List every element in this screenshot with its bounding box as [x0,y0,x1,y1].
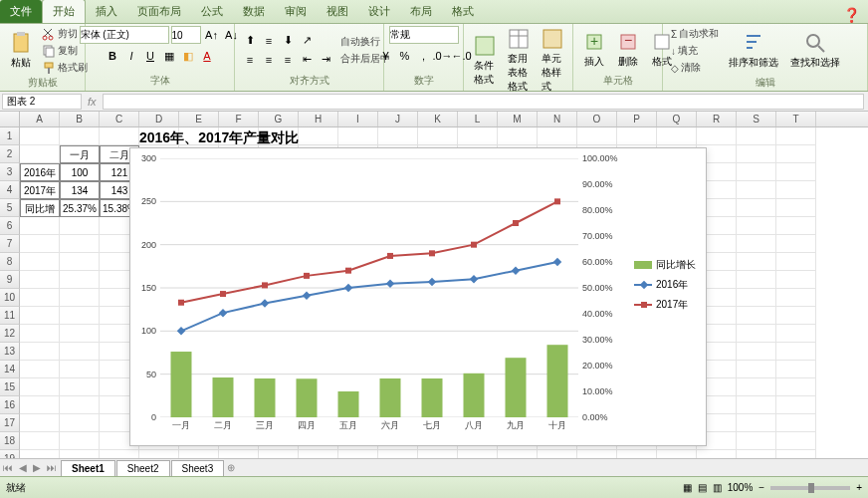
col-header[interactable]: P [617,112,657,126]
col-header[interactable]: N [538,112,577,126]
cell[interactable] [60,289,100,307]
cell[interactable] [100,127,139,145]
cell[interactable] [776,378,816,396]
tab-insert[interactable]: 插入 [86,0,127,23]
cell[interactable] [776,127,816,145]
cell[interactable] [776,145,816,163]
chart-object[interactable]: 050100150200250300 0.00%10.00%20.00%30.0… [129,147,707,446]
cell[interactable] [20,217,60,235]
cell[interactable] [60,235,100,253]
align-bottom-button[interactable]: ⬇ [279,32,297,50]
zoom-level[interactable]: 100% [728,482,754,493]
find-select-button[interactable]: 查找和选择 [786,30,844,72]
cell[interactable] [20,253,60,271]
row-header[interactable]: 9 [0,271,20,289]
cell[interactable] [577,127,617,145]
col-header[interactable]: I [338,112,378,126]
row-header[interactable]: 18 [0,432,20,450]
cell[interactable] [60,361,100,378]
comma-button[interactable]: , [415,47,433,65]
cell[interactable] [20,307,60,325]
cell[interactable] [299,127,338,145]
cell[interactable] [20,432,60,450]
align-middle-button[interactable]: ≡ [260,32,278,50]
tab-pagelayout[interactable]: 页面布局 [127,0,191,23]
fx-icon[interactable]: fx [88,96,97,108]
number-format-select[interactable] [389,26,459,44]
cell[interactable] [737,432,776,450]
row-header[interactable]: 5 [0,199,20,217]
tab-nav-last[interactable]: ⏭ [44,462,60,473]
view-pagebreak-button[interactable]: ▥ [713,482,722,493]
bold-button[interactable]: B [104,47,121,65]
cell[interactable] [60,325,100,343]
percent-button[interactable]: % [396,47,414,65]
zoom-out-button[interactable]: − [759,482,764,493]
col-header[interactable]: B [60,112,100,126]
col-header[interactable]: C [100,112,139,126]
cell[interactable] [458,127,498,145]
cell[interactable] [737,307,776,325]
align-right-button[interactable]: ≡ [279,51,297,69]
fill-button[interactable]: ↓ 填充 [669,43,721,59]
format-painter-button[interactable]: 格式刷 [40,60,90,76]
cell[interactable] [737,325,776,343]
cell[interactable] [737,396,776,414]
cell[interactable] [776,199,816,217]
cell[interactable] [60,217,100,235]
cell[interactable] [737,414,776,432]
cell[interactable]: 2016年 [20,163,60,181]
cell[interactable] [60,253,100,271]
row-header[interactable]: 4 [0,181,20,199]
row-header[interactable]: 1 [0,127,20,145]
row-header[interactable]: 2 [0,145,20,163]
insert-cells-button[interactable]: +插入 [579,29,609,71]
border-button[interactable]: ▦ [160,47,178,65]
autosum-button[interactable]: Σ 自动求和 [669,26,721,42]
cell[interactable] [776,289,816,307]
new-sheet-button[interactable]: ⊕ [224,462,238,473]
cell[interactable] [60,396,100,414]
row-header[interactable]: 7 [0,235,20,253]
cell[interactable]: 同比增长 [20,199,60,217]
tab-format[interactable]: 格式 [442,0,484,23]
decimal-inc-button[interactable]: .0→ [434,47,452,65]
col-header[interactable]: S [737,112,776,126]
tab-data[interactable]: 数据 [233,0,275,23]
cell[interactable] [737,163,776,181]
sheet-tab[interactable]: Sheet1 [61,460,115,476]
indent-dec-button[interactable]: ⇤ [298,51,316,69]
cell[interactable] [737,253,776,271]
italic-button[interactable]: I [122,47,140,65]
row-header[interactable]: 13 [0,343,20,361]
row-header[interactable]: 8 [0,253,20,271]
cell[interactable] [20,378,60,396]
col-header[interactable]: R [697,112,737,126]
sheet-tab[interactable]: Sheet3 [171,460,225,476]
col-header[interactable]: O [577,112,617,126]
row-header[interactable]: 15 [0,378,20,396]
tab-home[interactable]: 开始 [42,0,86,23]
select-all-corner[interactable] [0,112,20,126]
tab-layout[interactable]: 布局 [400,0,442,23]
col-header[interactable]: L [458,112,498,126]
row-header[interactable]: 3 [0,163,20,181]
cell[interactable] [20,325,60,343]
cell[interactable] [60,378,100,396]
cell[interactable] [776,235,816,253]
tab-design[interactable]: 设计 [358,0,400,23]
font-size-input[interactable] [171,26,201,44]
tab-nav-next[interactable]: ▶ [30,462,44,473]
cell[interactable]: 25.37% [60,199,100,217]
orientation-button[interactable]: ↗ [298,32,316,50]
cell[interactable] [776,163,816,181]
paste-button[interactable]: 粘贴 [6,30,36,72]
col-header[interactable]: E [179,112,219,126]
tab-review[interactable]: 审阅 [275,0,317,23]
font-name-input[interactable] [80,26,169,44]
cell[interactable] [60,307,100,325]
cell[interactable] [776,414,816,432]
cell[interactable]: 134 [60,181,100,199]
cell[interactable] [338,127,378,145]
align-center-button[interactable]: ≡ [260,51,278,69]
